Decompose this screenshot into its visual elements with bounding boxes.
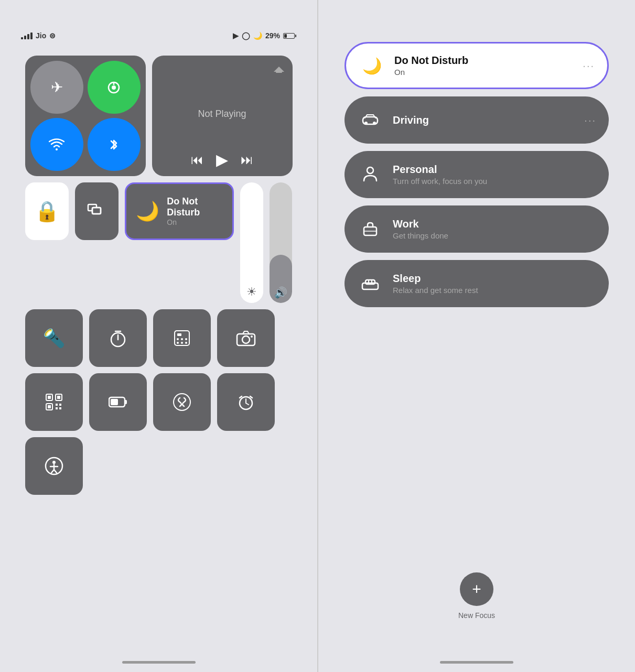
driving-more-button[interactable]: ··· — [584, 114, 596, 126]
camera-icon — [236, 330, 256, 346]
dnd-more-button[interactable]: ··· — [583, 60, 595, 72]
timer-icon — [108, 328, 128, 348]
orientation-lock-icon: 🔒 — [35, 200, 59, 223]
fast-forward-button[interactable]: ⏭ — [241, 153, 253, 167]
svg-point-47 — [373, 122, 376, 125]
focus-list: 🌙 Do Not Disturb On ··· Driving ··· — [345, 42, 609, 307]
shazam-button[interactable] — [153, 373, 211, 431]
cellular-button[interactable] — [88, 61, 141, 114]
status-right: ▶ ◯ 🌙 29% — [233, 31, 296, 40]
svg-point-35 — [174, 394, 190, 410]
focus-item-sleep[interactable]: Sleep Relax and get some rest — [345, 260, 609, 307]
top-row: ✈ — [25, 56, 293, 176]
alarm-icon — [236, 393, 255, 411]
calculator-icon — [173, 329, 191, 348]
volume-icon: 🔊 — [274, 286, 287, 299]
dnd-button[interactable]: 🌙 Do Not Disturb On — [125, 182, 233, 240]
play-button[interactable]: ▶ — [216, 150, 228, 169]
battery-status-button[interactable] — [89, 373, 147, 431]
icon-row-2 — [25, 373, 293, 431]
dnd-moon-icon: 🌙 — [136, 200, 159, 222]
svg-rect-31 — [59, 407, 61, 409]
bluetooth-button[interactable] — [88, 118, 141, 171]
accessibility-row — [25, 437, 293, 495]
svg-rect-25 — [57, 396, 60, 399]
wifi-icon: ⊜ — [49, 31, 56, 40]
dnd-focus-text: Do Not Disturb On — [394, 55, 583, 77]
svg-point-40 — [52, 461, 56, 464]
svg-line-44 — [54, 470, 57, 473]
orientation-lock-button[interactable]: 🔒 — [25, 182, 69, 240]
dnd-focus-icon: 🌙 — [362, 57, 382, 75]
battery-status-icon — [109, 396, 127, 408]
sleep-icon — [361, 277, 379, 290]
dnd-text: Do Not Disturb On — [167, 196, 222, 226]
flashlight-button[interactable]: 🔦 — [25, 309, 83, 367]
status-left: Jio ⊜ — [21, 31, 56, 40]
volume-slider[interactable]: 🔊 — [270, 182, 293, 303]
now-playing-top — [159, 63, 285, 78]
sleep-focus-name: Sleep — [393, 273, 596, 285]
camera-button[interactable] — [217, 309, 275, 367]
carrier-label: Jio — [36, 31, 46, 40]
svg-point-48 — [367, 167, 373, 174]
svg-point-1 — [112, 85, 116, 90]
personal-focus-name: Personal — [393, 164, 596, 176]
rewind-button[interactable]: ⏮ — [191, 153, 203, 167]
svg-rect-12 — [177, 333, 181, 336]
signal-bar-3 — [27, 34, 29, 39]
qr-scanner-button[interactable] — [25, 373, 83, 431]
svg-point-16 — [177, 342, 179, 344]
svg-rect-29 — [59, 404, 61, 406]
driving-focus-text: Driving — [393, 114, 584, 126]
svg-point-14 — [181, 338, 183, 340]
focus-item-driving[interactable]: Driving ··· — [345, 96, 609, 144]
new-focus-label: New Focus — [458, 611, 495, 620]
focus-item-dnd[interactable]: 🌙 Do Not Disturb On ··· — [345, 42, 609, 89]
battery-icon — [283, 33, 296, 39]
driving-focus-icon-wrap — [357, 107, 383, 133]
svg-point-13 — [177, 338, 179, 340]
wifi-button[interactable] — [30, 118, 83, 171]
battery-tip — [295, 35, 296, 37]
battery-body — [283, 33, 295, 39]
left-panel: Jio ⊜ ▶ ◯ 🌙 29% ✈ — [0, 0, 317, 672]
dnd-focus-desc: On — [394, 68, 583, 77]
dnd-focus-icon-wrap: 🌙 — [359, 52, 385, 79]
accessibility-button[interactable] — [25, 437, 83, 495]
dnd-label: Do Not Disturb — [167, 196, 222, 218]
now-playing-block[interactable]: Not Playing ⏮ ▶ ⏭ — [152, 56, 293, 176]
moon-status-icon: 🌙 — [253, 31, 262, 40]
airplane-mode-button[interactable]: ✈ — [30, 61, 83, 114]
calculator-button[interactable] — [153, 309, 211, 367]
brightness-icon: ☀ — [246, 285, 257, 299]
screen-mirror-icon — [87, 203, 107, 219]
svg-rect-6 — [92, 208, 101, 214]
alarm-button[interactable] — [217, 373, 275, 431]
signal-bar-1 — [21, 37, 23, 39]
new-focus-button[interactable]: + — [460, 572, 493, 606]
svg-point-18 — [185, 342, 187, 344]
status-bar: Jio ⊜ ▶ ◯ 🌙 29% — [16, 31, 302, 40]
personal-focus-desc: Turn off work, focus on you — [393, 177, 596, 186]
home-bar — [122, 661, 196, 664]
brightness-slider[interactable]: ☀ — [240, 182, 263, 303]
battery-percentage: 29% — [265, 31, 280, 40]
cc-grid: ✈ — [25, 56, 293, 495]
signal-bars — [21, 32, 33, 39]
sleep-focus-icon-wrap — [357, 270, 383, 297]
svg-rect-27 — [48, 405, 51, 408]
svg-point-20 — [242, 336, 250, 343]
driving-focus-name: Driving — [393, 114, 584, 126]
work-icon — [363, 222, 378, 236]
svg-rect-34 — [125, 400, 127, 404]
timer-button[interactable] — [89, 309, 147, 367]
svg-point-3 — [56, 148, 58, 150]
new-focus-section: + New Focus — [458, 572, 495, 651]
screen-mirror-button[interactable] — [75, 182, 119, 240]
focus-item-personal[interactable]: Personal Turn off work, focus on you — [345, 151, 609, 198]
dnd-focus-name: Do Not Disturb — [394, 55, 583, 67]
driving-icon — [362, 113, 379, 127]
focus-item-work[interactable]: Work Get things done — [345, 205, 609, 253]
airplay-icon[interactable] — [273, 63, 285, 78]
